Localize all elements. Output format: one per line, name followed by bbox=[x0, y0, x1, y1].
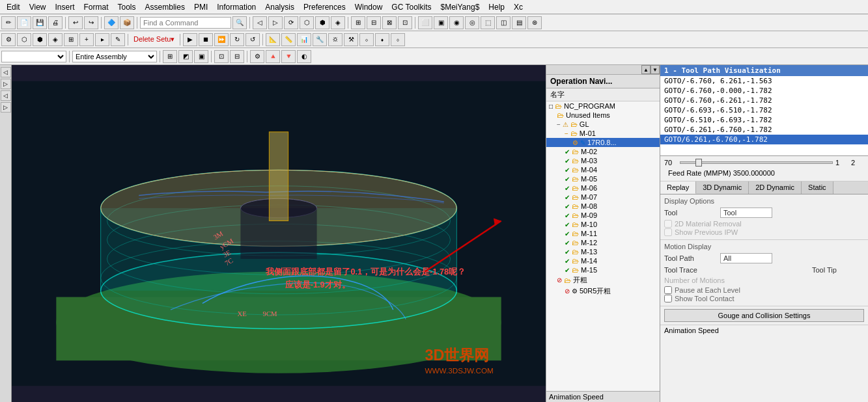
tb2-btn-22[interactable]: ⬨ bbox=[391, 33, 405, 46]
nav-item-m05[interactable]: ✔🗁 M-05 bbox=[546, 174, 660, 183]
tool-path-value[interactable]: All bbox=[720, 253, 772, 263]
toolbar-btn-21[interactable]: ▤ bbox=[512, 16, 526, 29]
nav-item-gl[interactable]: − ⚠ 🗁 GL bbox=[546, 120, 660, 129]
tb3-btn-1[interactable]: ⊞ bbox=[163, 50, 177, 63]
nc-line-3[interactable]: GOTO/-6.693,-6.510,-1.782 bbox=[660, 105, 868, 115]
undo-button[interactable]: ↩ bbox=[68, 16, 83, 29]
toolbar-btn-8[interactable]: ⬡ bbox=[300, 16, 314, 29]
tb2-btn-5[interactable]: ⊞ bbox=[64, 33, 78, 46]
nc-line-4[interactable]: GOTO/-6.510,-6.693,-1.782 bbox=[660, 115, 868, 125]
nav-item-m09[interactable]: ✔🗁 M-09 bbox=[546, 211, 660, 220]
tb2-btn-14[interactable]: 📐 bbox=[266, 33, 280, 46]
toolbar-btn-2[interactable]: 📄 bbox=[17, 16, 31, 29]
tb2-btn-13[interactable]: ↺ bbox=[245, 33, 260, 46]
nav-item-17r0[interactable]: ⚙ ✎ 17R0.8... bbox=[546, 138, 660, 147]
toolbar-btn-1[interactable]: ✏ bbox=[1, 16, 16, 29]
find-search-btn[interactable]: 🔍 bbox=[232, 16, 247, 29]
viewport[interactable]: 3M yCM 3E 7C XE 9CM 我侧面跟底部都是留了0.1，可是为什么会… bbox=[12, 65, 546, 402]
tb2-btn-12[interactable]: ↻ bbox=[230, 33, 244, 46]
slider-thumb[interactable] bbox=[695, 159, 702, 167]
tb2-btn-15[interactable]: 📏 bbox=[281, 33, 296, 46]
nav-tree[interactable]: □ 🗁 NC_PROGRAM 🗁 Unused Items − ⚠ 🗁 GL −… bbox=[546, 101, 660, 391]
tb3-btn-8[interactable]: 🔻 bbox=[281, 50, 296, 63]
nav-item-nc-program[interactable]: □ 🗁 NC_PROGRAM bbox=[546, 101, 660, 111]
tool-value[interactable]: Tool bbox=[720, 208, 772, 218]
gouge-collision-btn[interactable]: Gouge and Collision Settings bbox=[664, 309, 864, 322]
tb2-btn-2[interactable]: ⬡ bbox=[17, 33, 31, 46]
toolbar-btn-4[interactable]: 🖨 bbox=[48, 16, 63, 29]
tb2-btn-6[interactable]: + bbox=[79, 33, 94, 46]
menu-help[interactable]: Help bbox=[484, 1, 509, 13]
toolbar-btn-11[interactable]: ⊞ bbox=[351, 16, 365, 29]
nav-item-m13[interactable]: ✔🗁 M-13 bbox=[546, 247, 660, 256]
toolbar-btn-19[interactable]: ⬚ bbox=[481, 16, 495, 29]
tb2-btn-19[interactable]: ⚒ bbox=[344, 33, 358, 46]
menu-information[interactable]: Information bbox=[213, 1, 260, 13]
menu-format[interactable]: Format bbox=[80, 1, 113, 13]
nc-line-5[interactable]: GOTO/-6.261,-6.760,-1.782 bbox=[660, 125, 868, 135]
material-removal-checkbox[interactable] bbox=[664, 220, 672, 228]
tb2-btn-10[interactable]: ⏹ bbox=[199, 33, 213, 46]
toolbar-btn-17[interactable]: ◉ bbox=[449, 16, 464, 29]
menu-window[interactable]: Window bbox=[351, 1, 387, 13]
nav-item-m08[interactable]: ✔🗁 M-08 bbox=[546, 202, 660, 211]
pause-checkbox[interactable] bbox=[664, 286, 672, 294]
nav-scroll-up[interactable]: ▲ bbox=[641, 65, 651, 74]
tab-static[interactable]: Static bbox=[802, 181, 833, 194]
toolbar-btn-16[interactable]: ▣ bbox=[434, 16, 448, 29]
toolbar-btn-13[interactable]: ⊠ bbox=[382, 16, 397, 29]
tb2-btn-16[interactable]: 📊 bbox=[297, 33, 311, 46]
tb3-btn-2[interactable]: ◩ bbox=[178, 50, 193, 63]
nav-item-roughing[interactable]: ⊘ 🗁 开粗 bbox=[546, 275, 660, 286]
tb2-btn-8[interactable]: ✎ bbox=[111, 33, 125, 46]
toolbar-btn-14[interactable]: ⊡ bbox=[398, 16, 412, 29]
nav-item-m12[interactable]: ✔🗁 M-12 bbox=[546, 238, 660, 247]
tb2-btn-3[interactable]: ⬢ bbox=[33, 33, 47, 46]
nav-item-m04[interactable]: ✔🗁 M-04 bbox=[546, 165, 660, 174]
find-command-input[interactable] bbox=[140, 17, 231, 29]
nav-item-m15[interactable]: ✔🗁 M-15 bbox=[546, 265, 660, 275]
toolbar-btn-10[interactable]: ◈ bbox=[331, 16, 345, 29]
tb2-btn-21[interactable]: ⬧ bbox=[375, 33, 389, 46]
toolbar-btn-20[interactable]: ◫ bbox=[496, 16, 511, 29]
nav-item-m14[interactable]: ✔🗁 M-14 bbox=[546, 256, 660, 265]
tb3-btn-7[interactable]: 🔺 bbox=[266, 50, 280, 63]
menu-insert[interactable]: Insert bbox=[51, 1, 78, 13]
tb2-btn-7[interactable]: ▸ bbox=[95, 33, 109, 46]
toolbar-btn-3[interactable]: 💾 bbox=[33, 16, 47, 29]
tb3-btn-5[interactable]: ⊟ bbox=[230, 50, 244, 63]
tab-2d-dynamic[interactable]: 2D Dynamic bbox=[749, 181, 802, 194]
tb2-btn-4[interactable]: ◈ bbox=[48, 33, 63, 46]
side-btn-4[interactable]: ▷ bbox=[1, 102, 11, 113]
menu-view[interactable]: View bbox=[25, 1, 50, 13]
nav-item-m03[interactable]: ✔🗁 M-03 bbox=[546, 156, 660, 165]
menu-analysis[interactable]: Analysis bbox=[261, 1, 298, 13]
tb2-btn-1[interactable]: ⚙ bbox=[1, 33, 16, 46]
nav-item-50r5[interactable]: ⊘ ⚙ 50R5开粗 bbox=[546, 286, 660, 297]
tb3-btn-9[interactable]: ◐ bbox=[297, 50, 311, 63]
nav-item-m07[interactable]: ✔🗁 M-07 bbox=[546, 193, 660, 202]
nav-item-m01[interactable]: − 🗁 M-01 bbox=[546, 129, 660, 138]
assembly-select[interactable]: Entire Assembly bbox=[72, 51, 157, 62]
tb3-btn-3[interactable]: ▣ bbox=[194, 50, 208, 63]
toolbar-btn-5[interactable]: ◁ bbox=[253, 16, 267, 29]
nc-line-6[interactable]: GOTO/6.261,-6.760,-1.782 bbox=[660, 135, 868, 144]
toolbar-btn-22[interactable]: ⊛ bbox=[527, 16, 542, 29]
menu-tools[interactable]: Tools bbox=[114, 1, 140, 13]
menu-assemblies[interactable]: Assemblies bbox=[141, 1, 189, 13]
menu-xc[interactable]: Xc bbox=[510, 1, 527, 13]
context-select[interactable] bbox=[1, 51, 66, 62]
nav-item-m11[interactable]: ✔🗁 M-11 bbox=[546, 229, 660, 238]
toolbar-btn-12[interactable]: ⊟ bbox=[367, 16, 381, 29]
slider-track[interactable] bbox=[680, 161, 833, 164]
tb2-btn-18[interactable]: ⛭ bbox=[328, 33, 343, 46]
tab-replay[interactable]: Replay bbox=[660, 181, 696, 194]
redo-button[interactable]: ↪ bbox=[84, 16, 98, 29]
tb2-btn-20[interactable]: ⬦ bbox=[359, 33, 374, 46]
side-btn-2[interactable]: ▷ bbox=[1, 79, 11, 89]
toolbar-btn-15[interactable]: ⬜ bbox=[418, 16, 432, 29]
nav-item-m02[interactable]: ✔🗁 M-02 bbox=[546, 147, 660, 156]
nav-item-m10[interactable]: ✔🗁 M-10 bbox=[546, 220, 660, 229]
nc-code-list[interactable]: 1 - Tool Path Visualization GOTO/-6.760,… bbox=[660, 65, 868, 156]
side-btn-1[interactable]: ◁ bbox=[1, 67, 11, 77]
